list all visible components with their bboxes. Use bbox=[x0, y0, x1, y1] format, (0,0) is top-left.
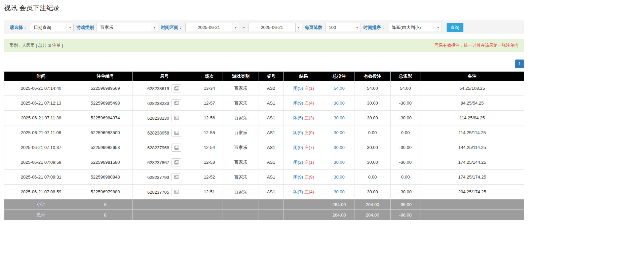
game-type-dropdown[interactable]: 百家乐 ▾ bbox=[97, 23, 158, 32]
column-header-result: 结果 bbox=[283, 72, 324, 81]
total-bet-link[interactable]: 30.00 bbox=[334, 160, 345, 165]
cell-valid-bet: 30.00 bbox=[354, 185, 391, 199]
cell-session: 12-55 bbox=[196, 125, 223, 140]
result-player: 闲(9) bbox=[293, 101, 303, 106]
cell-total-bet: 30.00 bbox=[324, 96, 354, 111]
round-number: 628237867 bbox=[147, 160, 169, 165]
select-type-dropdown[interactable]: 日期查询 ▾ bbox=[30, 23, 74, 32]
game-type-value: 百家乐 bbox=[97, 23, 151, 32]
cell-round: 628238619 bbox=[133, 81, 196, 96]
cell-remark: 114.25/114.25 bbox=[420, 125, 524, 140]
search-button[interactable]: 查询 bbox=[447, 23, 463, 32]
result-player: 闲(0) bbox=[293, 145, 303, 150]
image-icon bbox=[174, 146, 179, 150]
chevron-down-icon[interactable]: ▾ bbox=[435, 23, 442, 32]
subtotal-empty-cell bbox=[259, 199, 283, 210]
round-number: 628237793 bbox=[147, 175, 169, 180]
chevron-down-icon[interactable]: ▾ bbox=[151, 23, 158, 32]
subtotal-count: 8 bbox=[78, 199, 133, 210]
date-from-dropdown[interactable]: 2025-06-21 ▾ bbox=[185, 23, 239, 32]
table-row: 2025-06-21 07:11:38 522596984374 6282381… bbox=[4, 111, 524, 125]
game-type-label: 游戏类别 bbox=[76, 25, 94, 31]
cell-result: 闲(0)庄(7) bbox=[283, 140, 324, 155]
cell-payout: 54.00 bbox=[391, 81, 420, 96]
table-row: 2025-06-21 07:09:59 522596981580 6282378… bbox=[4, 155, 524, 170]
round-snapshot-button[interactable] bbox=[172, 144, 181, 152]
select-type-label: 请选择： bbox=[10, 25, 27, 31]
cell-game-type: 百家乐 bbox=[223, 96, 259, 111]
round-number: 628238058 bbox=[147, 130, 169, 135]
total-bet-link[interactable]: 54.00 bbox=[334, 86, 345, 91]
result-banker: 庄(1) bbox=[304, 86, 314, 91]
betting-records-table: 时间 注单编号 局号 场次 游戏类别 桌号 结果 总投注 有效投注 总派彩 备注… bbox=[4, 71, 524, 220]
cell-time: 2025-06-21 07:08:59 bbox=[4, 185, 78, 199]
cell-remark: 54.25/108.25 bbox=[420, 81, 524, 96]
cell-bet-id: 522596982653 bbox=[78, 140, 133, 155]
cell-table-no: AS1 bbox=[259, 140, 283, 155]
total-bet-link[interactable]: 30.00 bbox=[334, 189, 345, 194]
image-icon bbox=[174, 131, 179, 135]
per-page-value: 100 bbox=[326, 23, 354, 32]
cell-game-type: 百家乐 bbox=[223, 155, 259, 170]
cell-session: 12-56 bbox=[196, 111, 223, 125]
chevron-down-icon[interactable]: ▾ bbox=[354, 23, 361, 32]
cell-valid-bet: 30.00 bbox=[354, 140, 391, 155]
cell-bet-id: 522596979889 bbox=[78, 185, 133, 199]
cell-bet-id: 522596980848 bbox=[78, 170, 133, 185]
chevron-down-icon[interactable]: ▾ bbox=[67, 23, 73, 32]
page-1-button[interactable]: 1 bbox=[515, 60, 524, 68]
round-snapshot-button[interactable] bbox=[172, 99, 181, 107]
total-bet-link[interactable]: 30.00 bbox=[334, 175, 345, 180]
column-header-valid-bet: 有效投注 bbox=[354, 72, 391, 81]
round-snapshot-button[interactable] bbox=[172, 84, 181, 92]
round-snapshot-button[interactable] bbox=[172, 129, 181, 137]
round-snapshot-button[interactable] bbox=[172, 188, 181, 196]
total-bet-link[interactable]: 30.00 bbox=[334, 145, 345, 150]
chevron-down-icon[interactable]: ▾ bbox=[232, 23, 239, 32]
cell-payout: -30.00 bbox=[391, 111, 420, 125]
round-snapshot-button[interactable] bbox=[172, 114, 181, 122]
cell-result: 闲(5)庄(1) bbox=[283, 81, 324, 96]
time-sort-dropdown[interactable]: 降冪(由大到小) ▾ bbox=[388, 23, 442, 32]
cell-total-bet: 30.00 bbox=[324, 170, 354, 185]
result-banker: 庄(4) bbox=[304, 101, 314, 106]
cell-time: 2025-06-21 07:14:40 bbox=[4, 81, 78, 96]
total-bet-link[interactable]: 30.00 bbox=[334, 130, 345, 135]
cell-payout: -30.00 bbox=[391, 155, 420, 170]
page: 视讯 会员下注纪录 请选择： 日期查询 ▾ 游戏类别 百家乐 ▾ 时间区间： 2… bbox=[0, 0, 525, 220]
table-body: 2025-06-21 07:14:40 522596989569 6282386… bbox=[4, 81, 524, 199]
total-bet-link[interactable]: 30.00 bbox=[334, 115, 345, 120]
total-bet-link[interactable]: 30.00 bbox=[334, 101, 345, 106]
chevron-down-icon[interactable]: ▾ bbox=[295, 23, 302, 32]
grand-total-row: 总计 8 264.00 204.00 -96.00 bbox=[4, 210, 524, 220]
cell-table-no: AS1 bbox=[259, 155, 283, 170]
cell-result: 闲(2)庄(1) bbox=[283, 155, 324, 170]
cell-total-bet: 30.00 bbox=[324, 125, 354, 140]
subtotal-label: 小计 bbox=[4, 199, 78, 210]
column-header-bet-id: 注单编号 bbox=[78, 72, 133, 81]
cell-payout: -30.00 bbox=[391, 96, 420, 111]
cell-table-no: AS1 bbox=[259, 96, 283, 111]
cell-time: 2025-06-21 07:09:59 bbox=[4, 155, 78, 170]
date-to-dropdown[interactable]: 2025-06-21 ▾ bbox=[249, 23, 302, 32]
result-banker: 庄(9) bbox=[304, 175, 314, 180]
cell-payout: 0.00 bbox=[391, 125, 420, 140]
cell-game-type: 百家乐 bbox=[223, 170, 259, 185]
round-snapshot-button[interactable] bbox=[172, 173, 181, 181]
page-title: 视讯 会员下注纪录 bbox=[4, 3, 524, 16]
cell-remark: 204.25/174.25 bbox=[420, 185, 524, 199]
result-player: 闲(9) bbox=[293, 175, 303, 180]
cell-payout: -30.00 bbox=[391, 185, 420, 199]
image-icon bbox=[174, 101, 179, 105]
round-snapshot-button[interactable] bbox=[172, 158, 181, 166]
total-valid-bet: 204.00 bbox=[354, 210, 391, 220]
cell-game-type: 百家乐 bbox=[223, 81, 259, 96]
cell-remark: 174.25/174.25 bbox=[420, 170, 524, 185]
per-page-dropdown[interactable]: 100 ▾ bbox=[325, 23, 361, 32]
result-banker: 庄(3) bbox=[304, 115, 314, 120]
table-footer: 小计 8 264.00 204.00 -96.00 总计 8 bbox=[4, 199, 524, 220]
subtotal-empty-cell bbox=[420, 199, 524, 210]
cell-remark: 144.25/114.25 bbox=[420, 140, 524, 155]
cell-session: 12-51 bbox=[196, 185, 223, 199]
result-player: 闲(5) bbox=[293, 115, 303, 120]
